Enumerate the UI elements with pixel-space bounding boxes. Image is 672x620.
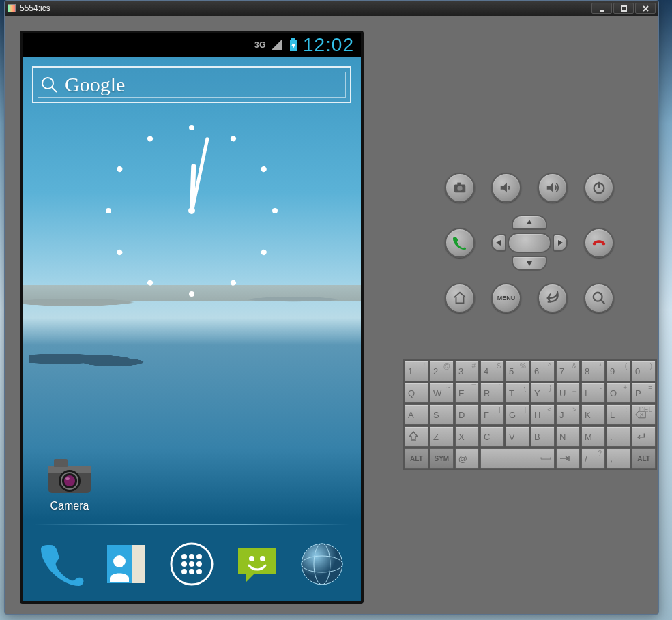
key-b[interactable]: B bbox=[531, 426, 555, 447]
svg-marker-4 bbox=[272, 39, 282, 50]
key-j[interactable]: J> bbox=[556, 404, 580, 425]
hw-menu-button[interactable]: MENU bbox=[491, 283, 521, 313]
svg-point-23 bbox=[196, 554, 202, 559]
key-l[interactable]: L: bbox=[607, 404, 630, 425]
app-window: 5554:ics 3G 12:02 bbox=[4, 0, 659, 615]
close-button[interactable] bbox=[635, 3, 656, 14]
key-5[interactable]: 5% bbox=[506, 361, 529, 381]
key-9[interactable]: 9( bbox=[607, 361, 630, 381]
dock-apps[interactable] bbox=[165, 537, 218, 591]
key-sym[interactable]: SYM bbox=[430, 448, 454, 469]
key-o[interactable]: O+ bbox=[607, 383, 630, 403]
app-icon bbox=[8, 4, 16, 12]
maximize-button[interactable] bbox=[613, 3, 634, 14]
hw-volume-up-button[interactable] bbox=[538, 173, 568, 203]
contacts-icon bbox=[103, 541, 149, 587]
key-g[interactable]: G] bbox=[506, 404, 529, 425]
svg-point-24 bbox=[181, 561, 187, 567]
key-enter[interactable] bbox=[632, 426, 656, 447]
minimize-button[interactable] bbox=[591, 3, 612, 14]
dpad-center[interactable] bbox=[508, 233, 551, 253]
dpad-right[interactable] bbox=[553, 234, 568, 252]
key-i[interactable]: I- bbox=[581, 383, 605, 403]
camera-shortcut[interactable]: Camera bbox=[39, 458, 100, 512]
hw-power-button[interactable] bbox=[584, 173, 614, 203]
key-comma[interactable]: , bbox=[607, 448, 630, 469]
kbd-row-2: QW~E¯R`T{Y}U_I-O+P= bbox=[405, 383, 656, 403]
hw-search-button[interactable] bbox=[584, 283, 614, 313]
key-alt-right[interactable]: ALT bbox=[632, 448, 656, 469]
kbd-row-3: ASDF[G]H<J>KL:DEL bbox=[405, 404, 656, 425]
key-p[interactable]: P= bbox=[632, 383, 656, 403]
key-r[interactable]: R` bbox=[480, 383, 504, 403]
key-v[interactable]: V bbox=[506, 426, 529, 447]
hw-back-button[interactable] bbox=[538, 283, 568, 313]
key-at[interactable]: @ bbox=[455, 448, 479, 469]
svg-line-48 bbox=[601, 300, 605, 304]
key-h[interactable]: H< bbox=[531, 404, 555, 425]
key-t[interactable]: T{ bbox=[506, 383, 529, 403]
dock-contacts[interactable] bbox=[100, 537, 153, 591]
google-search-widget[interactable]: Google bbox=[32, 66, 351, 103]
hw-camera-button[interactable] bbox=[445, 173, 475, 203]
key-s[interactable]: S bbox=[430, 404, 454, 425]
svg-rect-12 bbox=[54, 459, 68, 467]
home-screen[interactable]: Google bbox=[23, 57, 361, 601]
analog-clock-widget[interactable] bbox=[103, 122, 280, 299]
dock-browser[interactable] bbox=[295, 537, 349, 591]
key-tab[interactable] bbox=[556, 448, 580, 469]
key-3[interactable]: 3# bbox=[455, 361, 479, 381]
key-4[interactable]: 4$ bbox=[480, 361, 504, 381]
key-d[interactable]: D bbox=[455, 404, 479, 425]
key-n[interactable]: N bbox=[556, 426, 580, 447]
key-alt-left[interactable]: ALT bbox=[405, 448, 428, 469]
key-a[interactable]: A bbox=[405, 404, 428, 425]
key-space[interactable] bbox=[480, 448, 555, 469]
svg-marker-43 bbox=[527, 220, 532, 224]
key-k[interactable]: K bbox=[581, 404, 605, 425]
key-shift[interactable] bbox=[405, 426, 428, 447]
svg-point-19 bbox=[113, 555, 126, 567]
titlebar[interactable]: 5554:ics bbox=[5, 1, 658, 16]
key-e[interactable]: E¯ bbox=[455, 383, 479, 403]
key-z[interactable]: Z bbox=[430, 426, 454, 447]
kbd-row-4: ZXCVBNM. bbox=[405, 426, 656, 447]
hw-end-call-button[interactable] bbox=[584, 228, 614, 258]
key-8[interactable]: 8* bbox=[581, 361, 605, 381]
svg-rect-18 bbox=[132, 545, 145, 583]
svg-line-9 bbox=[52, 87, 57, 92]
key-y[interactable]: Y} bbox=[531, 383, 555, 403]
key-w[interactable]: W~ bbox=[430, 383, 454, 403]
key-u[interactable]: U_ bbox=[556, 383, 580, 403]
key-0[interactable]: 0) bbox=[632, 361, 656, 381]
key-q[interactable]: Q bbox=[405, 383, 428, 403]
key-7[interactable]: 7& bbox=[556, 361, 580, 381]
dock-messaging[interactable] bbox=[231, 537, 284, 591]
key-.[interactable]: . bbox=[607, 426, 630, 447]
key-m[interactable]: M bbox=[581, 426, 605, 447]
key-del[interactable]: DEL bbox=[632, 404, 656, 425]
dpad-left[interactable] bbox=[491, 234, 506, 252]
status-bar[interactable]: 3G 12:02 bbox=[23, 33, 361, 57]
svg-point-8 bbox=[42, 78, 53, 89]
svg-point-47 bbox=[594, 293, 602, 301]
hardware-controls: MENU bbox=[410, 173, 649, 325]
dpad-up[interactable] bbox=[512, 215, 547, 230]
key-slash[interactable]: /? bbox=[581, 448, 605, 469]
svg-marker-46 bbox=[558, 240, 563, 246]
key-f[interactable]: F[ bbox=[480, 404, 504, 425]
dpad-down[interactable] bbox=[512, 256, 547, 271]
key-1[interactable]: 1! bbox=[405, 361, 428, 381]
hw-call-button[interactable] bbox=[445, 228, 475, 258]
svg-point-25 bbox=[189, 561, 194, 567]
key-6[interactable]: 6^ bbox=[531, 361, 555, 381]
key-2[interactable]: 2@ bbox=[430, 361, 454, 381]
key-x[interactable]: X bbox=[455, 426, 479, 447]
search-icon bbox=[40, 76, 58, 93]
hw-volume-down-button[interactable] bbox=[491, 173, 521, 203]
svg-point-26 bbox=[196, 561, 202, 567]
dock-divider bbox=[33, 524, 350, 525]
hw-home-button[interactable] bbox=[445, 283, 475, 313]
dock-phone[interactable] bbox=[35, 537, 88, 591]
key-c[interactable]: C bbox=[480, 426, 504, 447]
